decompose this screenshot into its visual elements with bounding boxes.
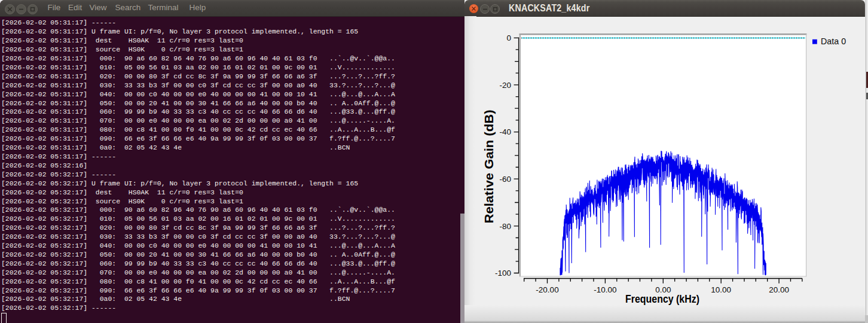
svg-text:-80: -80: [499, 222, 511, 231]
svg-text:-20: -20: [499, 81, 511, 90]
svg-text:Frequency (kHz): Frequency (kHz): [625, 292, 699, 305]
svg-text:-100: -100: [495, 269, 511, 278]
svg-text:-40: -40: [499, 127, 511, 136]
svg-text:-20.00: -20.00: [536, 285, 558, 294]
svg-text:-60: -60: [499, 175, 511, 184]
svg-text:20.00: 20.00: [769, 285, 789, 294]
svg-text:Data 0: Data 0: [821, 36, 846, 46]
svg-text:10.00: 10.00: [711, 285, 731, 294]
svg-text:-10.00: -10.00: [594, 285, 616, 294]
svg-text:Relative Gain (dB): Relative Gain (dB): [482, 109, 495, 223]
svg-text:0: 0: [506, 33, 511, 42]
